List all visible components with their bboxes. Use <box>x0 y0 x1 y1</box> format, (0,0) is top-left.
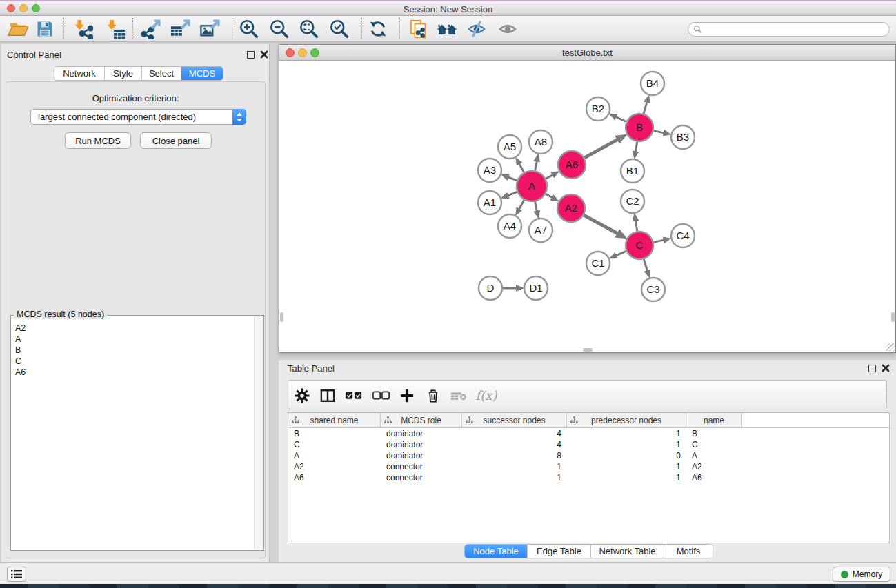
graph-node-C2[interactable]: C2 <box>621 190 644 213</box>
float-panel-icon[interactable] <box>247 51 255 59</box>
search-box[interactable] <box>688 22 890 37</box>
graph-edge-B-B4[interactable] <box>644 101 647 114</box>
close-panel-button[interactable]: Close panel <box>140 132 212 149</box>
zoom-out-icon[interactable] <box>268 18 290 40</box>
add-column-icon[interactable] <box>397 381 417 410</box>
graph-edge-A-A3[interactable] <box>507 177 517 181</box>
table-cell[interactable]: A <box>686 451 742 460</box>
search-input[interactable] <box>705 24 889 35</box>
network-graph-canvas[interactable]: B4B2BB3A5A8A6A3B1AA1C2A2A4A7C4CC1C3DD1 <box>279 61 895 352</box>
graph-node-C1[interactable]: C1 <box>586 252 610 275</box>
table-row[interactable]: Bdominator41B <box>288 428 889 439</box>
mcds-result-item[interactable]: B <box>12 345 252 356</box>
table-cell[interactable]: A6 <box>686 473 742 483</box>
table-cell[interactable]: 4 <box>462 440 567 449</box>
import-table-icon[interactable] <box>104 18 126 40</box>
table-settings-icon[interactable] <box>292 381 312 410</box>
table-cell[interactable]: connector <box>381 473 462 483</box>
zoom-in-icon[interactable] <box>238 18 260 40</box>
graph-node-A6[interactable]: A6 <box>558 151 586 179</box>
graph-node-B2[interactable]: B2 <box>586 97 610 121</box>
graph-edge-C-C3[interactable] <box>644 259 648 272</box>
graph-edge-A-A8[interactable] <box>535 161 537 171</box>
column-header-MCDS-role[interactable]: MCDS role <box>381 413 462 427</box>
table-cell[interactable]: 4 <box>462 429 567 438</box>
graph-node-B3[interactable]: B3 <box>671 125 695 149</box>
graph-edge-A-A7[interactable] <box>535 202 537 212</box>
zoom-selected-icon[interactable] <box>328 18 350 40</box>
column-header-predecessor-nodes[interactable]: predecessor nodes <box>567 413 686 427</box>
graph-edge-A-A1[interactable] <box>507 192 517 196</box>
close-table-panel-icon[interactable] <box>882 364 890 372</box>
delete-column-icon[interactable] <box>423 381 444 410</box>
table-cell[interactable]: A2 <box>686 462 742 472</box>
deselect-all-icon[interactable] <box>371 381 392 410</box>
graph-node-C[interactable]: C <box>626 232 653 259</box>
memory-button[interactable]: Memory <box>833 567 890 582</box>
table-cell[interactable]: A2 <box>288 462 381 472</box>
hide-panels-icon[interactable] <box>466 18 488 40</box>
graph-edge-C-C2[interactable] <box>635 220 637 232</box>
graph-node-A[interactable]: A <box>517 171 547 201</box>
table-cell[interactable]: dominator <box>381 429 462 438</box>
export-network-icon[interactable] <box>140 18 162 40</box>
graph-node-B[interactable]: B <box>626 114 653 141</box>
table-cell[interactable]: 1 <box>567 462 686 472</box>
table-cell[interactable]: A6 <box>288 473 381 483</box>
show-columns-icon[interactable] <box>317 381 338 410</box>
tab-select[interactable]: Select <box>142 67 181 80</box>
graph-node-C3[interactable]: C3 <box>641 278 665 301</box>
refresh-icon[interactable] <box>367 18 389 40</box>
graph-node-A5[interactable]: A5 <box>498 135 521 159</box>
export-table-icon[interactable] <box>170 18 192 40</box>
table-row[interactable]: A2connector11A2 <box>288 461 889 472</box>
graph-edge-A6-B[interactable] <box>584 139 618 158</box>
graph-node-B1[interactable]: B1 <box>621 159 644 183</box>
graph-edge-A2-C[interactable] <box>584 215 618 234</box>
graph-node-A4[interactable]: A4 <box>498 214 521 238</box>
table-cell[interactable]: dominator <box>381 451 462 460</box>
table-cell[interactable]: 0 <box>567 451 686 460</box>
table-row[interactable]: Adominator80A <box>288 450 889 461</box>
network-window-titlebar[interactable]: testGlobe.txt <box>279 45 895 61</box>
tab-mcds[interactable]: MCDS <box>181 67 223 80</box>
graph-edge-C-C1[interactable] <box>615 251 626 256</box>
float-table-panel-icon[interactable] <box>868 365 876 372</box>
delete-table-icon[interactable] <box>448 381 469 410</box>
table-cell[interactable]: 1 <box>567 429 686 438</box>
table-cell[interactable]: 1 <box>567 440 686 449</box>
graph-edge-A-A5[interactable] <box>519 163 524 172</box>
table-cell[interactable]: C <box>288 440 381 449</box>
select-all-icon[interactable] <box>344 381 364 410</box>
table-cell[interactable]: 8 <box>462 451 567 460</box>
graph-edge-B-B3[interactable] <box>654 131 665 134</box>
function-builder-icon[interactable]: f(x) <box>476 381 497 410</box>
tab-node-table[interactable]: Node Table <box>465 545 528 558</box>
mcds-result-list[interactable]: A2ABCA6 <box>12 323 252 549</box>
table-cell[interactable]: 1 <box>462 473 567 483</box>
graph-node-D1[interactable]: D1 <box>524 276 548 300</box>
table-cell[interactable]: 1 <box>462 462 567 472</box>
graph-node-C4[interactable]: C4 <box>671 224 695 247</box>
tab-motifs[interactable]: Motifs <box>664 545 713 558</box>
open-session-icon[interactable] <box>7 18 29 40</box>
table-cell[interactable]: B <box>288 429 381 438</box>
run-mcds-button[interactable]: Run MCDS <box>65 132 131 149</box>
mcds-result-scrollbar[interactable] <box>254 316 263 549</box>
graph-node-A1[interactable]: A1 <box>478 191 501 214</box>
column-header-successor-nodes[interactable]: successor nodes <box>462 413 567 427</box>
graph-edge-A-A6[interactable] <box>546 174 553 179</box>
table-cell[interactable]: B <box>686 429 742 438</box>
table-row[interactable]: Cdominator41C <box>288 439 889 450</box>
mcds-result-item[interactable]: A6 <box>12 367 252 378</box>
mcds-result-item[interactable]: C <box>12 356 252 367</box>
table-row[interactable]: A6connector11A6 <box>288 472 889 483</box>
graph-edge-A-A4[interactable] <box>519 200 524 210</box>
graph-node-A2[interactable]: A2 <box>557 194 585 222</box>
column-header-shared-name[interactable]: shared name <box>288 413 381 427</box>
zoom-fit-icon[interactable] <box>298 18 320 40</box>
criterion-select[interactable]: largest connected component (directed) <box>30 109 246 125</box>
save-session-icon[interactable] <box>34 18 56 40</box>
graph-node-A3[interactable]: A3 <box>478 159 501 182</box>
graph-scroll-left[interactable] <box>280 312 283 322</box>
